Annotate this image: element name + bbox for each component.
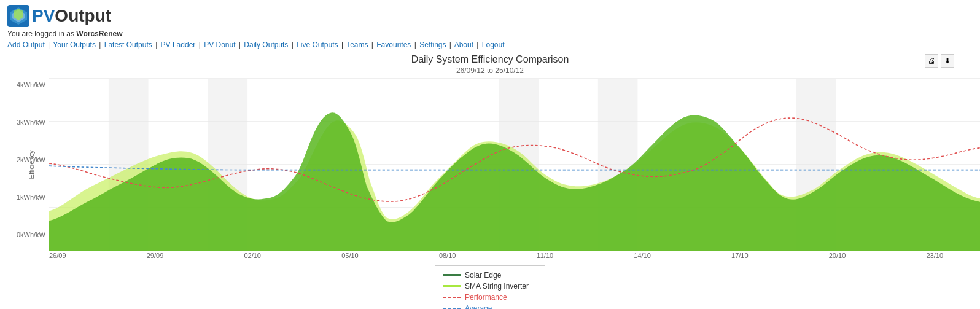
username: WorcsRenew [76, 29, 122, 38]
legend-sma-line [443, 285, 461, 287]
nav-logout[interactable]: Logout [482, 41, 505, 49]
chart-title: Daily System Efficiency Comparison [12, 54, 968, 65]
navigation: Add Output | Your Outputs | Latest Outpu… [7, 41, 973, 49]
legend-average-label: Average [465, 304, 492, 309]
chart-subtitle: 26/09/12 to 25/10/12 [12, 66, 968, 75]
logo: PVOutput [7, 5, 973, 27]
chart-svg [49, 79, 980, 251]
legend-performance: Performance [443, 293, 537, 302]
nav-pv-ladder[interactable]: PV Ladder [161, 41, 196, 49]
nav-live-outputs[interactable]: Live Outputs [297, 41, 338, 49]
header: PVOutput You are logged in as WorcsRenew… [0, 0, 980, 54]
legend-average: Average [443, 304, 537, 309]
legend-sma-label: SMA String Inverter [465, 282, 529, 291]
chart-container: Daily System Efficiency Comparison 26/09… [0, 54, 980, 309]
legend-solar-edge-label: Solar Edge [465, 271, 501, 280]
legend-performance-label: Performance [465, 293, 507, 302]
legend: Solar Edge SMA String Inverter Performan… [435, 265, 545, 309]
legend-solar-edge-line [443, 274, 461, 276]
legend-performance-line [443, 297, 461, 298]
nav-daily-outputs[interactable]: Daily Outputs [244, 41, 288, 49]
chart-icons: 🖨 ⬇ [925, 54, 954, 68]
nav-favourites[interactable]: Favourites [376, 41, 411, 49]
download-button[interactable]: ⬇ [941, 54, 954, 68]
logo-icon [7, 5, 29, 27]
logo-pv: PV [32, 6, 55, 26]
nav-about[interactable]: About [454, 41, 473, 49]
chart-wrap: Efficiency 4kWh/kW 3kWh/kW 2kWh/kW 1kWh/… [12, 79, 968, 251]
nav-settings[interactable]: Settings [419, 41, 446, 49]
nav-add-output[interactable]: Add Output [7, 41, 45, 49]
nav-latest-outputs[interactable]: Latest Outputs [104, 41, 152, 49]
print-button[interactable]: 🖨 [925, 54, 938, 68]
logo-output: Output [55, 6, 111, 26]
nav-your-outputs[interactable]: Your Outputs [53, 41, 96, 49]
logged-in-text: You are logged in as WorcsRenew [7, 29, 973, 38]
x-axis: 26/09 29/09 02/10 05/10 08/10 11/10 14/1… [49, 251, 943, 259]
nav-pv-donut[interactable]: PV Donut [204, 41, 235, 49]
legend-solar-edge: Solar Edge [443, 271, 537, 280]
nav-teams[interactable]: Teams [346, 41, 368, 49]
y-axis-left-label: Efficiency [28, 151, 35, 179]
legend-sma: SMA String Inverter [443, 282, 537, 291]
